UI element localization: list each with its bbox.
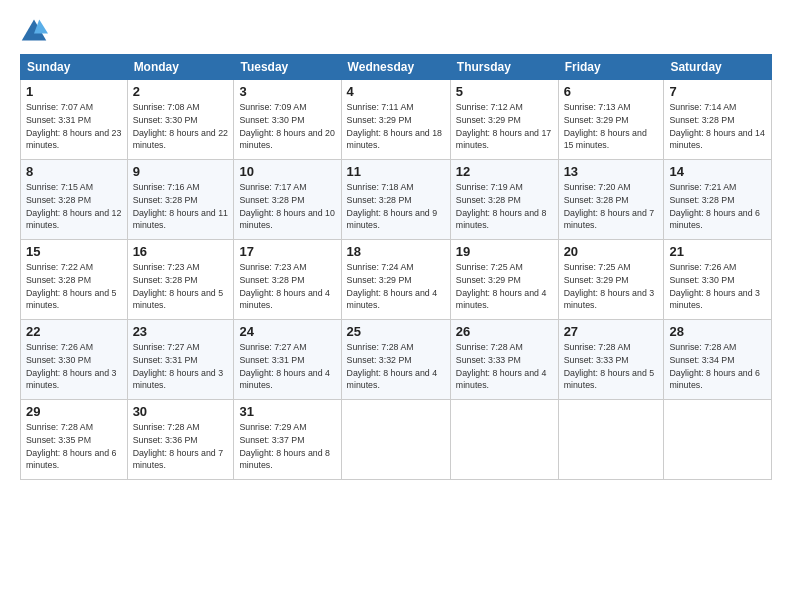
day-info: Sunrise: 7:07 AMSunset: 3:31 PMDaylight:… [26, 101, 122, 152]
header [20, 16, 772, 44]
calendar-cell: 18Sunrise: 7:24 AMSunset: 3:29 PMDayligh… [341, 240, 450, 320]
calendar-cell [558, 400, 664, 480]
day-number: 9 [133, 164, 229, 179]
day-number: 1 [26, 84, 122, 99]
calendar-cell: 28Sunrise: 7:28 AMSunset: 3:34 PMDayligh… [664, 320, 772, 400]
calendar-cell: 16Sunrise: 7:23 AMSunset: 3:28 PMDayligh… [127, 240, 234, 320]
day-info: Sunrise: 7:27 AMSunset: 3:31 PMDaylight:… [133, 341, 229, 392]
day-number: 3 [239, 84, 335, 99]
day-number: 8 [26, 164, 122, 179]
weekday-header-friday: Friday [558, 55, 664, 80]
day-number: 11 [347, 164, 445, 179]
day-info: Sunrise: 7:17 AMSunset: 3:28 PMDaylight:… [239, 181, 335, 232]
day-info: Sunrise: 7:28 AMSunset: 3:34 PMDaylight:… [669, 341, 766, 392]
day-info: Sunrise: 7:28 AMSunset: 3:33 PMDaylight:… [456, 341, 553, 392]
calendar-table: SundayMondayTuesdayWednesdayThursdayFrid… [20, 54, 772, 480]
calendar-cell: 19Sunrise: 7:25 AMSunset: 3:29 PMDayligh… [450, 240, 558, 320]
calendar-cell: 17Sunrise: 7:23 AMSunset: 3:28 PMDayligh… [234, 240, 341, 320]
calendar-week-row: 29Sunrise: 7:28 AMSunset: 3:35 PMDayligh… [21, 400, 772, 480]
calendar-cell: 22Sunrise: 7:26 AMSunset: 3:30 PMDayligh… [21, 320, 128, 400]
day-number: 30 [133, 404, 229, 419]
day-info: Sunrise: 7:19 AMSunset: 3:28 PMDaylight:… [456, 181, 553, 232]
calendar-cell: 25Sunrise: 7:28 AMSunset: 3:32 PMDayligh… [341, 320, 450, 400]
weekday-header-sunday: Sunday [21, 55, 128, 80]
day-number: 7 [669, 84, 766, 99]
day-info: Sunrise: 7:14 AMSunset: 3:28 PMDaylight:… [669, 101, 766, 152]
day-number: 13 [564, 164, 659, 179]
day-info: Sunrise: 7:28 AMSunset: 3:32 PMDaylight:… [347, 341, 445, 392]
weekday-header-row: SundayMondayTuesdayWednesdayThursdayFrid… [21, 55, 772, 80]
day-number: 22 [26, 324, 122, 339]
day-number: 18 [347, 244, 445, 259]
calendar-cell: 24Sunrise: 7:27 AMSunset: 3:31 PMDayligh… [234, 320, 341, 400]
calendar-week-row: 22Sunrise: 7:26 AMSunset: 3:30 PMDayligh… [21, 320, 772, 400]
day-info: Sunrise: 7:26 AMSunset: 3:30 PMDaylight:… [26, 341, 122, 392]
calendar-cell: 6Sunrise: 7:13 AMSunset: 3:29 PMDaylight… [558, 80, 664, 160]
calendar-cell: 20Sunrise: 7:25 AMSunset: 3:29 PMDayligh… [558, 240, 664, 320]
day-info: Sunrise: 7:09 AMSunset: 3:30 PMDaylight:… [239, 101, 335, 152]
calendar-cell: 14Sunrise: 7:21 AMSunset: 3:28 PMDayligh… [664, 160, 772, 240]
day-info: Sunrise: 7:21 AMSunset: 3:28 PMDaylight:… [669, 181, 766, 232]
calendar-cell: 31Sunrise: 7:29 AMSunset: 3:37 PMDayligh… [234, 400, 341, 480]
weekday-header-monday: Monday [127, 55, 234, 80]
calendar-cell: 1Sunrise: 7:07 AMSunset: 3:31 PMDaylight… [21, 80, 128, 160]
calendar-cell: 8Sunrise: 7:15 AMSunset: 3:28 PMDaylight… [21, 160, 128, 240]
day-number: 5 [456, 84, 553, 99]
day-info: Sunrise: 7:23 AMSunset: 3:28 PMDaylight:… [133, 261, 229, 312]
day-number: 4 [347, 84, 445, 99]
calendar-cell: 11Sunrise: 7:18 AMSunset: 3:28 PMDayligh… [341, 160, 450, 240]
day-info: Sunrise: 7:13 AMSunset: 3:29 PMDaylight:… [564, 101, 659, 152]
weekday-header-wednesday: Wednesday [341, 55, 450, 80]
calendar-week-row: 1Sunrise: 7:07 AMSunset: 3:31 PMDaylight… [21, 80, 772, 160]
calendar-cell: 3Sunrise: 7:09 AMSunset: 3:30 PMDaylight… [234, 80, 341, 160]
calendar-week-row: 8Sunrise: 7:15 AMSunset: 3:28 PMDaylight… [21, 160, 772, 240]
day-number: 25 [347, 324, 445, 339]
day-info: Sunrise: 7:16 AMSunset: 3:28 PMDaylight:… [133, 181, 229, 232]
day-info: Sunrise: 7:20 AMSunset: 3:28 PMDaylight:… [564, 181, 659, 232]
day-info: Sunrise: 7:28 AMSunset: 3:33 PMDaylight:… [564, 341, 659, 392]
day-info: Sunrise: 7:28 AMSunset: 3:35 PMDaylight:… [26, 421, 122, 472]
day-info: Sunrise: 7:28 AMSunset: 3:36 PMDaylight:… [133, 421, 229, 472]
day-number: 27 [564, 324, 659, 339]
day-info: Sunrise: 7:18 AMSunset: 3:28 PMDaylight:… [347, 181, 445, 232]
calendar-cell: 9Sunrise: 7:16 AMSunset: 3:28 PMDaylight… [127, 160, 234, 240]
weekday-header-tuesday: Tuesday [234, 55, 341, 80]
calendar-cell: 30Sunrise: 7:28 AMSunset: 3:36 PMDayligh… [127, 400, 234, 480]
day-info: Sunrise: 7:25 AMSunset: 3:29 PMDaylight:… [564, 261, 659, 312]
calendar-cell: 23Sunrise: 7:27 AMSunset: 3:31 PMDayligh… [127, 320, 234, 400]
day-info: Sunrise: 7:27 AMSunset: 3:31 PMDaylight:… [239, 341, 335, 392]
day-info: Sunrise: 7:15 AMSunset: 3:28 PMDaylight:… [26, 181, 122, 232]
day-number: 29 [26, 404, 122, 419]
day-number: 19 [456, 244, 553, 259]
day-number: 24 [239, 324, 335, 339]
calendar-cell: 12Sunrise: 7:19 AMSunset: 3:28 PMDayligh… [450, 160, 558, 240]
day-number: 10 [239, 164, 335, 179]
calendar-week-row: 15Sunrise: 7:22 AMSunset: 3:28 PMDayligh… [21, 240, 772, 320]
calendar-cell: 15Sunrise: 7:22 AMSunset: 3:28 PMDayligh… [21, 240, 128, 320]
calendar-cell [450, 400, 558, 480]
weekday-header-thursday: Thursday [450, 55, 558, 80]
day-info: Sunrise: 7:08 AMSunset: 3:30 PMDaylight:… [133, 101, 229, 152]
day-number: 26 [456, 324, 553, 339]
calendar-cell: 13Sunrise: 7:20 AMSunset: 3:28 PMDayligh… [558, 160, 664, 240]
page: SundayMondayTuesdayWednesdayThursdayFrid… [0, 0, 792, 612]
day-number: 12 [456, 164, 553, 179]
day-number: 21 [669, 244, 766, 259]
day-number: 6 [564, 84, 659, 99]
calendar-cell: 26Sunrise: 7:28 AMSunset: 3:33 PMDayligh… [450, 320, 558, 400]
calendar-cell: 7Sunrise: 7:14 AMSunset: 3:28 PMDaylight… [664, 80, 772, 160]
day-info: Sunrise: 7:12 AMSunset: 3:29 PMDaylight:… [456, 101, 553, 152]
day-info: Sunrise: 7:22 AMSunset: 3:28 PMDaylight:… [26, 261, 122, 312]
day-number: 15 [26, 244, 122, 259]
day-info: Sunrise: 7:25 AMSunset: 3:29 PMDaylight:… [456, 261, 553, 312]
day-number: 23 [133, 324, 229, 339]
day-info: Sunrise: 7:26 AMSunset: 3:30 PMDaylight:… [669, 261, 766, 312]
calendar-cell: 4Sunrise: 7:11 AMSunset: 3:29 PMDaylight… [341, 80, 450, 160]
calendar-cell [664, 400, 772, 480]
calendar-cell: 29Sunrise: 7:28 AMSunset: 3:35 PMDayligh… [21, 400, 128, 480]
day-number: 14 [669, 164, 766, 179]
calendar-cell: 5Sunrise: 7:12 AMSunset: 3:29 PMDaylight… [450, 80, 558, 160]
logo-icon [20, 16, 48, 44]
day-number: 2 [133, 84, 229, 99]
day-info: Sunrise: 7:11 AMSunset: 3:29 PMDaylight:… [347, 101, 445, 152]
